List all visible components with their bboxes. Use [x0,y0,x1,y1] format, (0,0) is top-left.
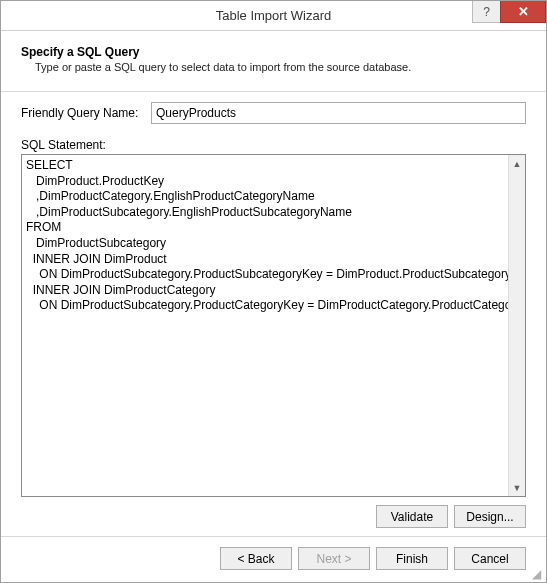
validate-button[interactable]: Validate [376,505,448,528]
friendly-name-label: Friendly Query Name: [21,106,151,120]
wizard-window: Table Import Wizard ? ✕ Specify a SQL Qu… [0,0,547,583]
scroll-down-icon[interactable]: ▼ [509,479,525,496]
page-header: Specify a SQL Query Type or paste a SQL … [1,31,546,92]
resize-grip-icon: ◢ [532,568,544,580]
close-button[interactable]: ✕ [500,1,546,23]
wizard-footer: < Back Next > Finish Cancel ◢ [1,536,546,582]
next-button[interactable]: Next > [298,547,370,570]
friendly-name-row: Friendly Query Name: [21,102,526,124]
back-button[interactable]: < Back [220,547,292,570]
page-subtitle: Type or paste a SQL query to select data… [21,61,526,73]
sql-action-row: Validate Design... [21,505,526,528]
finish-button[interactable]: Finish [376,547,448,570]
sql-statement-input[interactable] [22,155,508,496]
scroll-track[interactable] [509,172,525,479]
sql-statement-field: ▲ ▼ [21,154,526,497]
titlebar-controls: ? ✕ [472,1,546,23]
help-button[interactable]: ? [472,1,500,23]
wizard-body: Friendly Query Name: SQL Statement: ▲ ▼ … [1,92,546,536]
scroll-up-icon[interactable]: ▲ [509,155,525,172]
scrollbar[interactable]: ▲ ▼ [508,155,525,496]
cancel-button[interactable]: Cancel [454,547,526,570]
design-button[interactable]: Design... [454,505,526,528]
window-title: Table Import Wizard [1,8,546,23]
help-icon: ? [483,5,490,19]
close-icon: ✕ [518,4,529,19]
sql-statement-label: SQL Statement: [21,138,526,152]
page-title: Specify a SQL Query [21,45,526,59]
friendly-name-input[interactable] [151,102,526,124]
titlebar: Table Import Wizard ? ✕ [1,1,546,31]
